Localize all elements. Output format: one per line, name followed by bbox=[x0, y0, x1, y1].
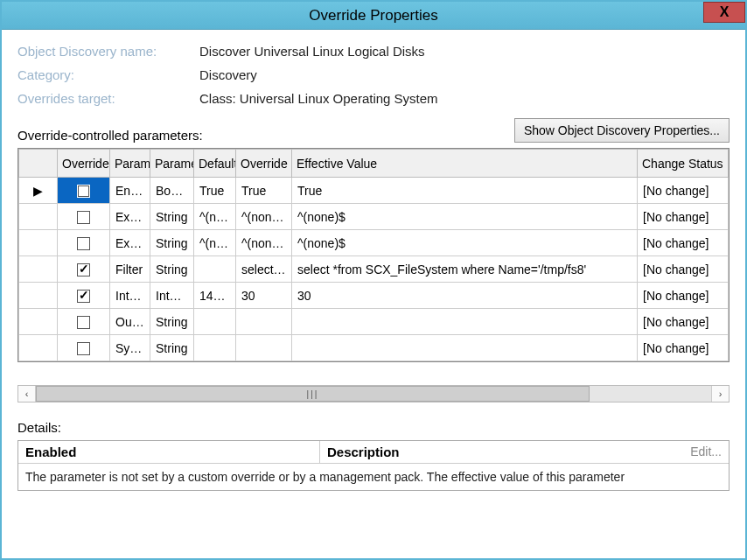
override-checkbox[interactable] bbox=[77, 263, 90, 276]
table-row[interactable]: Out...String[No change] bbox=[19, 309, 729, 335]
cell-override-value: 30 bbox=[236, 283, 292, 309]
discovery-value: Discover Universal Linux Logical Disks bbox=[199, 44, 425, 59]
details-edit-link[interactable]: Edit... bbox=[683, 441, 729, 463]
col-param-name[interactable]: Parame bbox=[110, 150, 150, 178]
cell-param-type: Bool... bbox=[150, 178, 194, 204]
override-checkbox-cell[interactable] bbox=[58, 309, 110, 335]
cell-change-status: [No change] bbox=[638, 230, 729, 256]
override-checkbox-cell[interactable] bbox=[58, 335, 110, 361]
cell-default-value: 14400 bbox=[194, 283, 236, 309]
cell-param-name: Inter... bbox=[110, 283, 150, 309]
row-indicator bbox=[19, 283, 58, 309]
col-override-value[interactable]: Override bbox=[236, 150, 292, 178]
table-row[interactable]: Inter...Integer144003030[No change] bbox=[19, 283, 729, 309]
category-value: Discovery bbox=[199, 67, 257, 82]
cell-param-name: Excl... bbox=[110, 204, 150, 230]
details-box: Enabled Description Edit... The paramete… bbox=[17, 440, 730, 491]
cell-default-value: True bbox=[194, 178, 236, 204]
cell-effective-value bbox=[292, 335, 638, 361]
override-checkbox-cell[interactable] bbox=[58, 283, 110, 309]
cell-change-status: [No change] bbox=[638, 283, 729, 309]
cell-override-value: True bbox=[236, 178, 292, 204]
table-row[interactable]: Excl...String^(no...^(none)$^(none)$[No … bbox=[19, 204, 729, 230]
cell-default-value bbox=[194, 335, 236, 361]
cell-default-value bbox=[194, 309, 236, 335]
cell-param-type: String bbox=[150, 230, 194, 256]
chevron-left-icon: ‹ bbox=[25, 388, 29, 399]
row-indicator bbox=[19, 204, 58, 230]
chevron-right-icon: › bbox=[719, 388, 723, 399]
table-row[interactable]: FilterStringselect *f...select *from SCX… bbox=[19, 256, 729, 283]
window-title: Override Properties bbox=[309, 7, 437, 24]
override-checkbox[interactable] bbox=[77, 185, 90, 198]
row-indicator bbox=[19, 256, 58, 283]
col-override[interactable]: Override bbox=[58, 150, 110, 178]
override-checkbox[interactable] bbox=[77, 342, 90, 355]
details-label: Details: bbox=[17, 420, 730, 435]
parameters-grid[interactable]: Override Parame Parame Default Override … bbox=[17, 148, 730, 362]
grip-icon: ||| bbox=[307, 389, 319, 399]
override-checkbox-cell[interactable] bbox=[58, 256, 110, 283]
override-checkbox-cell[interactable] bbox=[58, 204, 110, 230]
cell-param-name: Syn... bbox=[110, 335, 150, 361]
row-indicator bbox=[19, 335, 58, 361]
target-label: Overrides target: bbox=[17, 91, 199, 106]
row-indicator bbox=[19, 309, 58, 335]
category-label: Category: bbox=[17, 67, 199, 82]
cell-change-status: [No change] bbox=[638, 178, 729, 204]
info-row-target: Overrides target: Class: Universal Linux… bbox=[17, 91, 730, 106]
cell-change-status: [No change] bbox=[638, 204, 729, 230]
scroll-track[interactable]: ||| bbox=[36, 386, 711, 402]
close-button[interactable]: X bbox=[703, 2, 745, 23]
details-body-text: The parameter is not set by a custom ove… bbox=[18, 464, 729, 490]
col-param-type[interactable]: Parame bbox=[150, 150, 194, 178]
col-effective[interactable]: Effective Value bbox=[292, 150, 638, 178]
grid-header-row: Override Parame Parame Default Override … bbox=[19, 150, 729, 178]
override-checkbox[interactable] bbox=[77, 237, 90, 250]
cell-param-type: String bbox=[150, 335, 194, 361]
scroll-right-button[interactable]: › bbox=[711, 386, 729, 402]
override-checkbox[interactable] bbox=[77, 316, 90, 329]
details-enabled-header: Enabled bbox=[18, 441, 320, 463]
override-checkbox-cell[interactable] bbox=[58, 230, 110, 256]
override-checkbox-cell[interactable] bbox=[58, 178, 110, 204]
cell-override-value bbox=[236, 309, 292, 335]
show-object-discovery-properties-button[interactable]: Show Object Discovery Properties... bbox=[514, 118, 730, 143]
cell-param-name: Filter bbox=[110, 256, 150, 283]
override-checkbox[interactable] bbox=[77, 290, 90, 303]
cell-effective-value: ^(none)$ bbox=[292, 230, 638, 256]
scroll-left-button[interactable]: ‹ bbox=[18, 386, 36, 402]
horizontal-scrollbar[interactable]: ‹ ||| › bbox=[17, 385, 730, 402]
cell-default-value: ^(no... bbox=[194, 230, 236, 256]
cell-effective-value: select *from SCX_FileSystem where Name='… bbox=[292, 256, 638, 283]
dialog-content: Object Discovery name: Discover Universa… bbox=[2, 30, 745, 500]
row-indicator bbox=[19, 230, 58, 256]
details-section: Details: Enabled Description Edit... The… bbox=[17, 420, 730, 491]
table-row[interactable]: Syn...String[No change] bbox=[19, 335, 729, 361]
cell-param-type: Integer bbox=[150, 283, 194, 309]
close-icon: X bbox=[720, 4, 730, 20]
cell-change-status: [No change] bbox=[638, 256, 729, 283]
cell-override-value: ^(none)$ bbox=[236, 230, 292, 256]
cell-override-value: select *f... bbox=[236, 256, 292, 283]
cell-param-type: String bbox=[150, 204, 194, 230]
section-label: Override-controlled parameters: bbox=[17, 128, 203, 143]
cell-override-value: ^(none)$ bbox=[236, 204, 292, 230]
table-row[interactable]: ▶Ena...Bool...TrueTrueTrue[No change] bbox=[19, 178, 729, 204]
cell-param-name: Out... bbox=[110, 309, 150, 335]
scroll-thumb[interactable]: ||| bbox=[36, 386, 590, 402]
col-default[interactable]: Default bbox=[194, 150, 236, 178]
row-indicator: ▶ bbox=[19, 178, 58, 204]
col-change-status[interactable]: Change Status bbox=[638, 150, 729, 178]
table-row[interactable]: Excl...String^(no...^(none)$^(none)$[No … bbox=[19, 230, 729, 256]
cell-param-type: String bbox=[150, 309, 194, 335]
toolbar-row: Override-controlled parameters: Show Obj… bbox=[17, 118, 730, 143]
col-selector bbox=[19, 150, 58, 178]
cell-param-name: Excl... bbox=[110, 230, 150, 256]
cell-param-type: String bbox=[150, 256, 194, 283]
cell-effective-value bbox=[292, 309, 638, 335]
discovery-label: Object Discovery name: bbox=[17, 44, 199, 59]
target-value: Class: Universal Linux Operating System bbox=[199, 91, 438, 106]
info-row-discovery: Object Discovery name: Discover Universa… bbox=[17, 44, 730, 59]
override-checkbox[interactable] bbox=[77, 211, 90, 224]
